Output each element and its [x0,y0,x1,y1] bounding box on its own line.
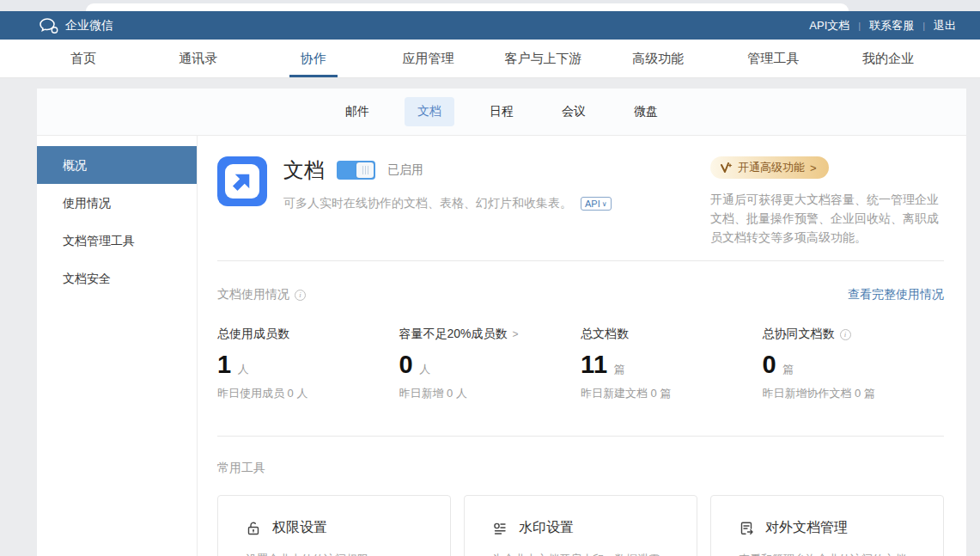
subtab-meeting[interactable]: 会议 [549,97,599,126]
nav-item-advanced-features[interactable]: 高级功能 [600,40,715,77]
tool-card-external-docs[interactable]: 对外文档管理 查看和管理允许企业外访问的文档 [710,495,944,556]
stat-total-members: 总使用成员数 1 人 昨日使用成员 0 人 [217,327,399,401]
top-bar: 企业微信 API文档 | 联系客服 | 退出 [0,11,980,40]
nav-item-home[interactable]: 首页 [26,40,141,77]
chevron-down-icon: ∨ [602,200,607,208]
enable-toggle[interactable] [337,161,375,180]
topbar-links: API文档 | 联系客服 | 退出 [800,18,965,34]
stat-value: 0 [399,351,414,379]
app-header: 文档 已启用 可多人实时在线协作的文档、表格、幻灯片和收集表。 API ∨ [217,136,944,261]
topbar-link-logout[interactable]: 退出 [925,18,965,34]
sidebar-item-doc-tools[interactable]: 文档管理工具 [37,222,197,260]
nav-item-app-management[interactable]: 应用管理 [371,40,486,77]
lock-icon [246,521,261,536]
premium-panel: 开通高级功能 > 开通后可获得更大文档容量、统一管理企业文档、批量操作预警、企业… [710,156,944,247]
external-doc-icon [739,521,754,536]
tools-section: 常用工具 权限设置 [217,437,944,556]
tool-card-title: 水印设置 [519,519,574,537]
content-card: 邮件 文档 日程 会议 微盘 概况 使用情况 文档管理工具 文档安全 [37,89,966,556]
stat-label: 总文档数 [581,327,629,342]
main-panel: 文档 已启用 可多人实时在线协作的文档、表格、幻灯片和收集表。 API ∨ [198,136,966,556]
usage-stats: 总使用成员数 1 人 昨日使用成员 0 人 容量不足20%成员数 > [217,327,944,401]
brand-name: 企业微信 [65,18,113,34]
usage-title-text: 文档使用情况 [217,287,289,302]
stat-value: 11 [581,351,608,379]
tool-card-permissions[interactable]: 权限设置 设置企业内外的访问权限 [217,495,451,556]
nav-item-my-company[interactable]: 我的企业 [831,40,946,77]
stat-unit: 人 [238,362,249,377]
subtab-bar: 邮件 文档 日程 会议 微盘 [37,89,966,136]
stat-subtext: 昨日新增 0 人 [399,386,581,401]
premium-description: 开通后可获得更大文档容量、统一管理企业文档、批量操作预警、企业回收站、离职成员文… [710,190,944,247]
doc-app-icon-inner [225,164,259,199]
stat-unit: 篇 [614,362,625,377]
stat-label: 总使用成员数 [217,327,289,342]
topbar-link-contact-support[interactable]: 联系客服 [861,18,922,34]
tool-cards: 权限设置 设置企业内外的访问权限 [217,495,944,556]
usage-section-title: 文档使用情况 i [217,287,306,302]
stat-label: 总协同文档数 [763,327,835,342]
upgrade-premium-button[interactable]: 开通高级功能 > [710,156,829,179]
tool-card-description: 为企业内文档开启水印，数据泄露事件可追 [492,551,669,556]
wecom-logo-icon [39,17,59,34]
tool-card-description: 设置企业内外的访问权限 [246,551,423,556]
doc-app-icon [217,156,267,206]
stat-value: 0 [763,351,777,379]
premium-sparkle-icon [721,162,733,174]
stat-value: 1 [217,351,232,379]
view-full-usage-link[interactable]: 查看完整使用情况 [848,287,944,302]
usage-section: 文档使用情况 i 查看完整使用情况 总使用成员数 1 人 昨日使用成员 0 人 [217,261,944,437]
stat-unit: 篇 [782,362,794,377]
sidebar-item-doc-security[interactable]: 文档安全 [37,260,197,297]
tool-card-title: 权限设置 [272,519,327,537]
stat-subtext: 昨日新增协作文档 0 篇 [763,386,945,401]
browser-tab-strip [0,0,980,11]
stat-unit: 人 [419,362,430,377]
stat-low-capacity-members: 容量不足20%成员数 > 0 人 昨日新增 0 人 [399,327,581,401]
tool-card-watermark[interactable]: 水印设置 为企业内文档开启水印，数据泄露事件可追 [464,495,697,556]
browser-tab [86,3,849,11]
nav-item-contacts[interactable]: 通讯录 [141,40,256,77]
subtab-docs[interactable]: 文档 [405,97,454,126]
api-label: API [585,199,600,209]
sidebar: 概况 使用情况 文档管理工具 文档安全 [37,136,198,556]
subtab-drive[interactable]: 微盘 [621,97,671,126]
app-description: 可多人实时在线协作的文档、表格、幻灯片和收集表。 [283,196,572,211]
premium-button-label: 开通高级功能 [738,160,805,175]
info-icon[interactable]: i [295,290,306,301]
nav-item-customers[interactable]: 客户与上下游 [486,40,601,77]
brand: 企业微信 [39,17,113,34]
tool-card-description: 查看和管理允许企业外访问的文档 [739,551,916,556]
stat-collab-docs: 总协同文档数 i 0 篇 昨日新增协作文档 0 篇 [763,327,945,401]
subtab-mail[interactable]: 邮件 [332,97,382,126]
stat-label[interactable]: 容量不足20%成员数 [399,327,508,342]
nav-item-collaboration[interactable]: 协作 [256,40,371,77]
app-head-text: 文档 已启用 可多人实时在线协作的文档、表格、幻灯片和收集表。 API ∨ [283,156,612,260]
tool-card-title: 对外文档管理 [765,519,848,537]
stat-subtext: 昨日使用成员 0 人 [217,386,399,401]
api-dropdown[interactable]: API ∨ [581,197,612,211]
subtab-calendar[interactable]: 日程 [477,97,527,126]
toggle-knob [356,162,374,178]
app-title: 文档 [283,156,325,184]
sidebar-item-overview[interactable]: 概况 [37,146,197,184]
info-icon[interactable]: i [840,329,851,340]
nav-item-admin-tools[interactable]: 管理工具 [715,40,831,77]
toggle-state-label: 已启用 [387,162,423,178]
chevron-right-icon: > [810,162,817,174]
watermark-icon [492,521,508,536]
main-nav: 首页 通讯录 协作 应用管理 客户与上下游 高级功能 管理工具 我的企业 [0,40,980,78]
stat-subtext: 昨日新建文档 0 篇 [581,386,763,401]
sidebar-item-usage[interactable]: 使用情况 [37,184,197,222]
tools-section-title: 常用工具 [217,461,944,476]
stat-total-docs: 总文档数 11 篇 昨日新建文档 0 篇 [581,327,763,401]
chevron-right-icon[interactable]: > [513,328,519,340]
card-body: 概况 使用情况 文档管理工具 文档安全 文档 [37,136,966,556]
topbar-link-api-docs[interactable]: API文档 [800,18,858,34]
